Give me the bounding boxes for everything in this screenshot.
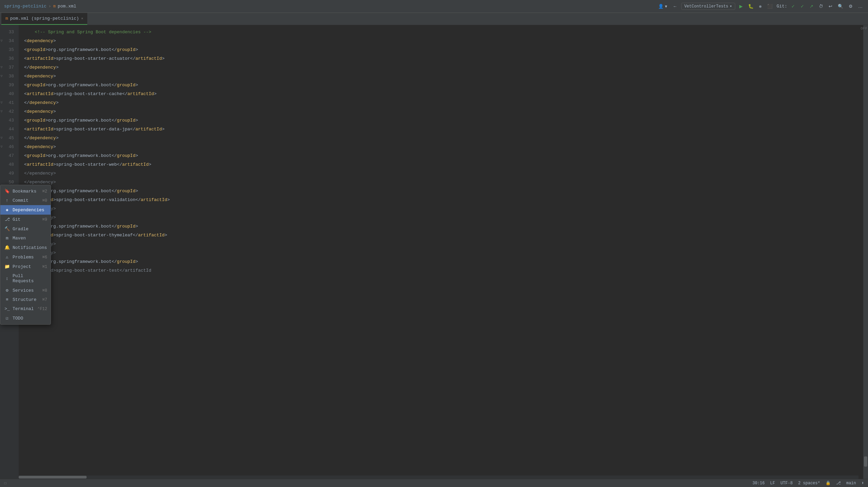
fold-arrow[interactable]: ▽ <box>0 143 3 151</box>
menu-item-notifications[interactable]: 🔔Notifications <box>0 243 51 252</box>
code-line-36: <artifactId>spring-boot-starter-actuator… <box>24 54 858 63</box>
undo-button[interactable]: ↩ <box>827 3 834 10</box>
tab-close-button[interactable]: × <box>81 17 84 21</box>
git-history-button[interactable]: ⏱ <box>817 3 825 10</box>
menu-item-maven[interactable]: mMaven <box>0 234 51 243</box>
more-button[interactable]: … <box>857 3 864 10</box>
run-button[interactable]: ▶ <box>738 3 744 10</box>
cursor-position[interactable]: 30:16 <box>753 481 765 486</box>
code-line-35: <groupId>org.springframework.boot</group… <box>24 46 858 54</box>
fold-arrow[interactable]: ▽ <box>0 63 3 72</box>
project-name[interactable]: spring-petclinic <box>4 4 47 9</box>
fold-arrow[interactable]: ▽ <box>0 72 3 81</box>
status-right: 30:16 LF UTF-8 2 spaces* 🔒 ⎇ main ⬆ <box>753 481 864 486</box>
code-line-56: <artifactId>spring-boot-starter-thymelea… <box>24 231 858 240</box>
services-icon: ⚙ <box>4 288 10 293</box>
code-line-37: </dependency> <box>24 63 858 72</box>
line-number-33: 33 <box>0 28 15 37</box>
scrollbar-thumb[interactable] <box>864 456 867 467</box>
menu-item-structure[interactable]: ≡Structure⌘7 <box>0 295 51 304</box>
code-line-52: <artifactId>spring-boot-starter-validati… <box>24 196 858 204</box>
line-separator[interactable]: LF <box>770 481 775 486</box>
menu-item-bookmarks[interactable]: 🔖Bookmarks⌘2 <box>0 186 51 196</box>
code-line-53: </ependency> <box>24 204 858 213</box>
fold-arrow[interactable]: ▽ <box>0 107 3 116</box>
code-line-33: <!-- Spring and Spring Boot dependencies… <box>24 28 858 37</box>
indent[interactable]: 2 spaces* <box>798 481 820 486</box>
git-merge-button[interactable]: ↗ <box>808 3 815 10</box>
menu-label: TODO <box>13 316 23 321</box>
problems-icon: ⚠ <box>4 254 10 260</box>
git-push-button[interactable]: ✓ <box>790 3 796 10</box>
branch-name[interactable]: main <box>846 481 856 486</box>
bookmarks-icon: 🔖 <box>4 188 10 194</box>
code-line-51: <groupId>org.springframework.boot</group… <box>24 187 858 196</box>
back-button[interactable]: ← <box>671 3 679 10</box>
code-line-39: <groupId>org.springframework.boot</group… <box>24 81 858 90</box>
menu-label: Structure <box>13 297 36 302</box>
upload-icon: ⬆ <box>862 481 864 486</box>
line-number-34: ▽34 <box>0 37 15 46</box>
menu-item-problems[interactable]: ⚠Problems⌘6 <box>0 252 51 262</box>
code-line-57: </ependency> <box>24 240 858 249</box>
line-number-45: ▽45 <box>0 134 15 143</box>
fold-arrow[interactable]: ▽ <box>0 134 3 143</box>
pom-xml-tab[interactable]: m pom.xml (spring-petclinic) × <box>1 13 87 25</box>
menu-label: Notifications <box>13 245 47 250</box>
encoding[interactable]: UTF-8 <box>780 481 793 486</box>
commit-icon: ↑ <box>4 198 10 203</box>
code-line-47: <groupId>org.springframework.boot</group… <box>24 151 858 160</box>
tab-bar: m pom.xml (spring-petclinic) × <box>0 13 868 25</box>
editor-area: 33▽343536▽37▽383940▽41▽424344▽45▽4647484… <box>0 25 863 487</box>
code-line-59: <groupId>org.springframework.boot</group… <box>24 257 858 266</box>
structure-icon: ≡ <box>4 297 10 302</box>
line-number-39: 39 <box>0 81 15 90</box>
menu-item-dependencies[interactable]: ◈Dependencies <box>0 205 51 215</box>
menu-item-git[interactable]: ⎇Git⌘9 <box>0 215 51 224</box>
off-label: OFF <box>861 26 867 31</box>
code-lines[interactable]: <!-- Spring and Spring Boot dependencies… <box>19 25 863 487</box>
coverage-button[interactable]: ⎈ <box>758 3 763 10</box>
settings-button[interactable]: ⚙ <box>847 3 854 10</box>
search-button[interactable]: 🔍 <box>836 3 845 10</box>
maven-icon: m <box>53 4 56 9</box>
fold-arrow[interactable]: ▽ <box>0 37 3 46</box>
h-scrollbar-thumb[interactable] <box>19 476 87 479</box>
menu-label: Project <box>13 264 31 269</box>
code-line-40: <artifactId>spring-boot-starter-cache</a… <box>24 90 858 98</box>
terminal-icon: >_ <box>4 306 10 311</box>
branch-icon: ⎇ <box>836 481 841 486</box>
file-name: pom.xml <box>58 4 76 9</box>
line-number-46: ▽46 <box>0 143 15 151</box>
menu-item-services[interactable]: ⚙Services⌘8 <box>0 286 51 295</box>
title-bar-right: 👤 ▾ ← VetControllerTests ▾ ▶ 🐛 ⎈ ⬛ Git: … <box>657 3 864 10</box>
dependencies-icon: ◈ <box>4 207 10 213</box>
status-left: ◻ <box>4 481 6 486</box>
run-config-selector[interactable]: VetControllerTests ▾ <box>681 3 735 10</box>
code-line-34: <dependency> <box>24 37 858 46</box>
fold-arrow[interactable]: ▽ <box>0 98 3 107</box>
line-number-37: ▽37 <box>0 63 15 72</box>
horizontal-scrollbar[interactable] <box>19 475 858 479</box>
menu-item-project[interactable]: 📁Project⌘1 <box>0 262 51 271</box>
menu-item-pull-requests[interactable]: ↕Pull Requests <box>0 271 51 286</box>
title-bar: spring-petclinic › m pom.xml 👤 ▾ ← VetCo… <box>0 0 868 13</box>
account-button[interactable]: 👤 ▾ <box>657 3 669 10</box>
menu-shortcut: ⌘0 <box>42 198 47 203</box>
code-line-44: <artifactId>spring-boot-starter-data-jpa… <box>24 125 858 134</box>
main-area: 🔖Bookmarks⌘2↑Commit⌘0◈Dependencies⎇Git⌘9… <box>0 25 868 487</box>
menu-item-gradle[interactable]: 🔨Gradle <box>0 224 51 234</box>
code-line-38: <dependency> <box>24 72 858 81</box>
menu-item-terminal[interactable]: >_Terminal⌃F12 <box>0 304 51 313</box>
menu-shortcut: ⌃F12 <box>37 306 47 311</box>
menu-item-commit[interactable]: ↑Commit⌘0 <box>0 196 51 205</box>
stop-button[interactable]: ⬛ <box>766 3 774 10</box>
line-number-48: 48 <box>0 160 15 169</box>
git-icon: ⎇ <box>4 217 10 222</box>
menu-item-todo[interactable]: ☑TODO <box>0 313 51 323</box>
code-line-54: </ependency> <box>24 213 858 222</box>
code-line-43: <groupId>org.springframework.boot</group… <box>24 116 858 125</box>
line-number-47: 47 <box>0 151 15 160</box>
debug-button[interactable]: 🐛 <box>747 3 755 10</box>
git-check-button[interactable]: ✓ <box>799 3 806 10</box>
